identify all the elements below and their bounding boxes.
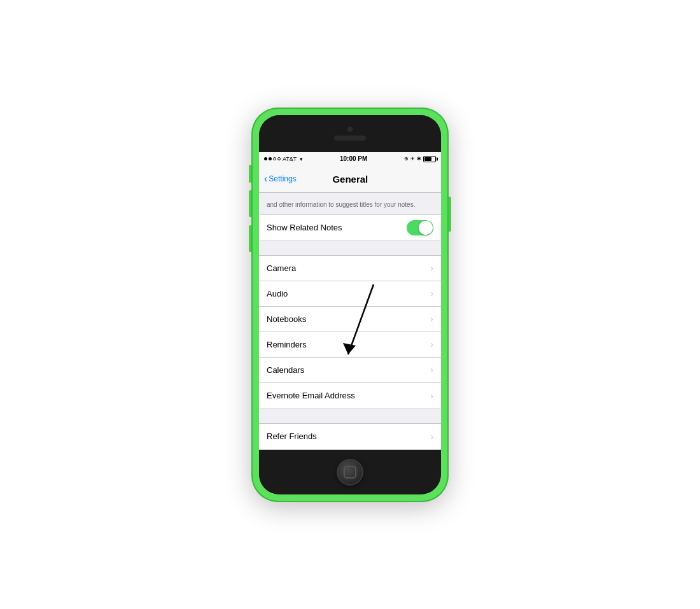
signal-dot-1 (264, 157, 267, 160)
battery-icon (423, 156, 436, 162)
reminders-row-right: › (430, 339, 433, 349)
status-right: ⊕ ✈ ✱ (404, 156, 436, 162)
calendars-row-right: › (430, 365, 433, 375)
clock: 10:00 PM (340, 155, 367, 162)
top-bezel (259, 115, 441, 152)
camera-row[interactable]: Camera › (259, 256, 441, 281)
section-gap-1 (259, 241, 441, 255)
show-related-notes-toggle[interactable] (407, 220, 433, 235)
battery-fill (424, 157, 431, 161)
front-camera (347, 127, 353, 132)
volume-down-button[interactable] (249, 225, 251, 252)
refer-friends-row-right: › (430, 431, 433, 442)
reminders-row[interactable]: Reminders › (259, 332, 441, 358)
description-section: and other information to suggest titles … (259, 193, 441, 214)
calendars-label: Calendars (267, 365, 304, 375)
evernote-email-row-right: › (430, 391, 433, 401)
status-left: AT&T ▾ (264, 156, 303, 162)
navigation-bar: ‹ Settings General (259, 166, 441, 193)
back-chevron-icon: ‹ (264, 174, 267, 184)
status-bar: AT&T ▾ 10:00 PM ⊕ ✈ ✱ (259, 152, 441, 166)
phone-screen-container: AT&T ▾ 10:00 PM ⊕ ✈ ✱ ‹ Settings (259, 115, 441, 494)
audio-label: Audio (267, 289, 288, 298)
home-button[interactable] (337, 459, 363, 486)
show-related-notes-label: Show Related Notes (267, 223, 342, 232)
calendars-chevron-icon: › (430, 365, 433, 375)
show-related-notes-row[interactable]: Show Related Notes (259, 215, 441, 241)
signal-dot-2 (269, 157, 272, 160)
toggle-knob (419, 221, 433, 235)
volume-up-button[interactable] (249, 190, 251, 217)
phone-device: AT&T ▾ 10:00 PM ⊕ ✈ ✱ ‹ Settings (251, 108, 449, 502)
reminders-chevron-icon: › (430, 339, 433, 349)
back-label: Settings (269, 174, 296, 183)
notebooks-label: Notebooks (267, 314, 306, 324)
refer-friends-label: Refer Friends (267, 431, 317, 441)
home-button-icon (344, 466, 356, 479)
signal-icon (264, 157, 281, 160)
airplane-icon: ✈ (410, 156, 415, 162)
signal-dot-3 (273, 157, 276, 160)
carrier-label: AT&T (283, 156, 297, 162)
menu-section: Camera › Audio › Notebooks (259, 255, 441, 409)
toggle-section: Show Related Notes (259, 214, 441, 241)
earpiece-speaker (334, 136, 366, 141)
camera-chevron-icon: › (430, 263, 433, 273)
section-gap-2 (259, 409, 441, 423)
signal-dot-4 (277, 157, 281, 160)
evernote-email-label: Evernote Email Address (267, 391, 355, 400)
mute-button[interactable] (249, 165, 251, 183)
notebooks-row-right: › (430, 314, 433, 324)
screen: AT&T ▾ 10:00 PM ⊕ ✈ ✱ ‹ Settings (259, 152, 441, 450)
refer-friends-row[interactable]: Refer Friends › (259, 424, 441, 449)
power-button[interactable] (449, 197, 451, 232)
audio-chevron-icon: › (430, 288, 433, 298)
content-area: and other information to suggest titles … (259, 193, 441, 450)
evernote-email-chevron-icon: › (430, 391, 433, 401)
notebooks-row[interactable]: Notebooks › (259, 307, 441, 332)
description-text: and other information to suggest titles … (267, 201, 415, 208)
audio-row[interactable]: Audio › (259, 281, 441, 307)
page-title: General (297, 174, 404, 185)
evernote-email-row[interactable]: Evernote Email Address › (259, 383, 441, 409)
notebooks-chevron-icon: › (430, 314, 433, 324)
wifi-icon: ▾ (300, 156, 303, 162)
calendars-row[interactable]: Calendars › (259, 358, 441, 383)
back-button[interactable]: ‹ Settings (264, 174, 297, 184)
audio-row-right: › (430, 288, 433, 298)
refer-section: Refer Friends › (259, 423, 441, 450)
refer-friends-chevron-icon: › (430, 431, 433, 442)
bluetooth-icon: ✱ (417, 156, 421, 162)
camera-label: Camera (267, 263, 296, 273)
camera-row-right: › (430, 263, 433, 273)
reminders-label: Reminders (267, 340, 307, 349)
bottom-bezel (259, 450, 441, 494)
location-icon: ⊕ (404, 156, 409, 162)
